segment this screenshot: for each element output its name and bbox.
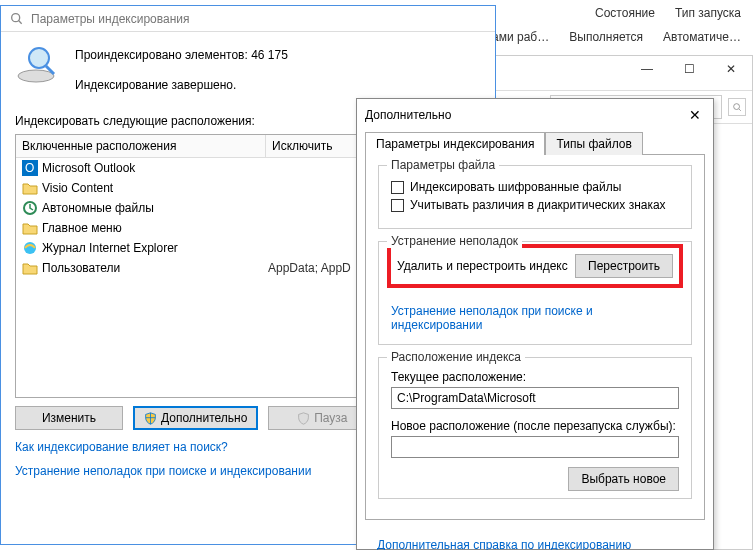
search-go-icon[interactable] [728,98,746,116]
outlook-icon: O [22,160,38,176]
folder-icon [22,260,38,276]
minimize-icon[interactable]: — [626,56,668,82]
current-location-label: Текущее расположение: [391,370,679,384]
rebuild-highlight: Удалить и перестроить индекс Перестроить [387,244,683,288]
bg-services-header: Состояние Тип запуска [583,0,753,26]
col-status-header: Состояние [595,6,655,20]
shield-icon [144,412,157,425]
group-file-legend: Параметры файла [387,158,499,172]
new-location-field[interactable] [391,436,679,458]
close-icon[interactable]: ✕ [710,56,752,82]
group-troubleshoot: Устранение неполадок Удалить и перестрои… [378,241,692,345]
col-included[interactable]: Включенные расположения [16,135,266,157]
index-title-icon [9,11,25,27]
advanced-button[interactable]: Дополнительно [133,406,258,430]
folder-icon [22,180,38,196]
magnifier-drive-icon [15,44,61,84]
shield-icon [297,412,310,425]
select-new-button[interactable]: Выбрать новое [568,467,679,491]
folder-icon [22,220,38,236]
col-startup-value: Автоматиче… [663,30,741,44]
group-location-legend: Расположение индекса [387,350,525,364]
advanced-dialog: Дополнительно ✕ Параметры индексирования… [356,98,714,550]
index-title-bar: Параметры индексирования [1,6,495,32]
current-location-field[interactable] [391,387,679,409]
col-status-value: Выполняется [569,30,643,44]
advanced-title: Дополнительно [365,108,451,122]
svg-point-3 [29,48,49,68]
svg-text:O: O [25,161,34,175]
checkbox-diacritic[interactable]: Учитывать различия в диакритических знак… [391,198,679,212]
svg-point-2 [18,70,54,82]
group-trouble-legend: Устранение неполадок [387,234,522,248]
indexing-status: Индексирование завершено. [75,78,288,92]
group-file-params: Параметры файла Индексировать шифрованны… [378,165,692,229]
tab-file-types[interactable]: Типы файлов [545,132,642,155]
ie-icon [22,240,38,256]
bg-services-row: ствами раб… Выполняется Автоматиче… [462,24,753,50]
indexed-count: Проиндексировано элементов: 46 175 [75,48,288,62]
index-title-text: Параметры индексирования [31,12,189,26]
col-startup-header: Тип запуска [675,6,741,20]
checkbox-encrypt[interactable]: Индексировать шифрованные файлы [391,180,679,194]
edit-button[interactable]: Изменить [15,406,123,430]
tab-indexing-params[interactable]: Параметры индексирования [365,132,545,155]
trouble-help-link[interactable]: Устранение неполадок при поиске и индекс… [391,304,679,332]
new-location-label: Новое расположение (после перезапуска сл… [391,419,679,433]
how-indexing-affects-link[interactable]: Как индексирование влияет на поиск? [15,440,228,454]
troubleshoot-link[interactable]: Устранение неполадок при поиске и индекс… [15,464,311,478]
svg-point-0 [734,104,740,110]
sync-icon [22,200,38,216]
checkbox-icon [391,199,404,212]
close-icon[interactable]: ✕ [685,105,705,125]
maximize-icon[interactable]: ☐ [668,56,710,82]
group-index-location: Расположение индекса Текущее расположени… [378,357,692,499]
advanced-help-link[interactable]: Дополнительная справка по индексированию [357,530,713,550]
rebuild-button[interactable]: Перестроить [575,254,673,278]
checkbox-icon [391,181,404,194]
rebuild-label: Удалить и перестроить индекс [397,259,568,273]
